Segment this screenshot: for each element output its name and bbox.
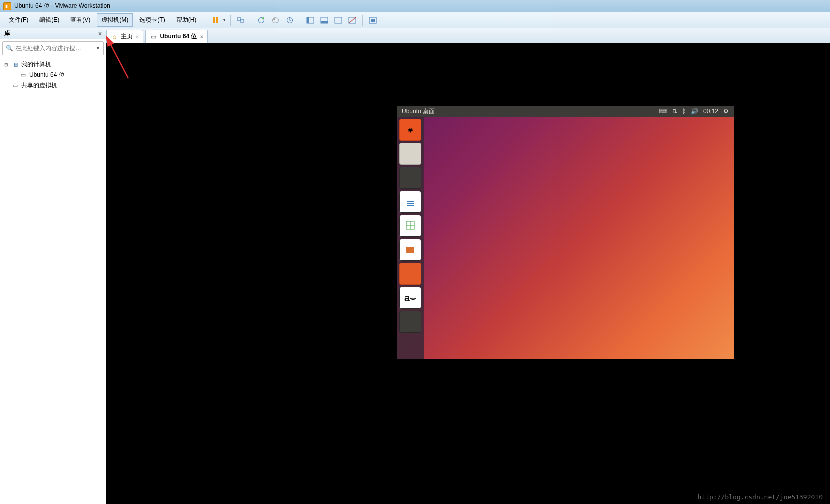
bluetooth-icon[interactable]: ᛒ — [682, 108, 686, 115]
launcher-impress[interactable] — [399, 239, 421, 261]
snapshot-icon — [257, 16, 265, 24]
sidebar-close-button[interactable]: × — [98, 30, 102, 37]
dropdown-arrow-icon[interactable]: ▼ — [222, 18, 226, 22]
tree-label: 共享的虚拟机 — [21, 81, 57, 90]
launcher-trash[interactable] — [399, 335, 421, 357]
tree-label: 我的计算机 — [21, 60, 51, 69]
snapshot-button[interactable] — [255, 14, 267, 26]
toolbar-separator — [230, 15, 231, 26]
ubuntu-desktop[interactable]: Ubuntu 桌面 ⌨ ⇅ ᛒ 🔊 00:12 ⚙ ◉ — [397, 106, 734, 359]
pause-button[interactable] — [209, 14, 221, 26]
svg-rect-12 — [335, 17, 342, 23]
tab-close-button[interactable]: × — [136, 34, 139, 40]
tab-ubuntu[interactable]: ▭ Ubuntu 64 位 × — [145, 30, 207, 43]
sidebar-title: 库 — [4, 29, 10, 38]
unity-launcher: ◉ — [397, 117, 424, 359]
tab-label: 主页 — [121, 32, 133, 41]
menu-view[interactable]: 查看(V) — [66, 13, 95, 27]
launcher-files[interactable] — [399, 143, 421, 165]
vm-icon: ▭ — [150, 33, 157, 40]
menu-help[interactable]: 帮助(H) — [172, 13, 201, 27]
search-dropdown-icon[interactable]: ▼ — [96, 46, 100, 51]
launcher-calc[interactable] — [399, 215, 421, 237]
layout1-icon — [306, 17, 314, 24]
tree-shared-vms[interactable]: ▭ 共享的虚拟机 — [1, 80, 105, 91]
svg-point-5 — [262, 17, 264, 19]
tab-label: Ubuntu 64 位 — [160, 32, 197, 41]
launcher-writer[interactable] — [399, 191, 421, 213]
window-title: Ubuntu 64 位 - VMware Workstation — [14, 2, 110, 10]
svg-rect-11 — [321, 21, 328, 23]
svg-rect-0 — [213, 17, 215, 23]
layout1-button[interactable] — [304, 14, 316, 26]
launcher-amazon[interactable]: a⌣ — [399, 287, 421, 309]
volume-icon[interactable]: 🔊 — [691, 108, 698, 115]
ubuntu-logo-icon: ◉ — [408, 126, 413, 133]
vm-display[interactable]: Ubuntu 桌面 ⌨ ⇅ ᛒ 🔊 00:12 ⚙ ◉ — [106, 43, 830, 504]
layout3-button[interactable] — [332, 14, 344, 26]
menu-tabs[interactable]: 选项卡(T) — [135, 13, 169, 27]
tab-bar: ⌂ 主页 × ▭ Ubuntu 64 位 × — [106, 28, 830, 43]
menubar: 文件(F) 编辑(E) 查看(V) 虚拟机(M) 选项卡(T) 帮助(H) ▼ — [0, 12, 830, 28]
menu-vm[interactable]: 虚拟机(M) — [97, 13, 133, 27]
pause-icon — [212, 17, 219, 24]
layout4-icon — [348, 17, 356, 24]
clock[interactable]: 00:12 — [703, 108, 718, 115]
svg-line-14 — [349, 17, 356, 23]
network-icon[interactable]: ⇅ — [672, 108, 677, 115]
impress-icon — [406, 247, 414, 253]
expand-icon[interactable]: ⊟ — [3, 62, 9, 67]
tab-close-button[interactable]: × — [200, 34, 203, 40]
manage-snapshot-icon — [286, 16, 294, 24]
menu-edit[interactable]: 编辑(E) — [35, 13, 64, 27]
launcher-settings[interactable] — [399, 311, 421, 333]
tab-home[interactable]: ⌂ 主页 × — [106, 30, 143, 43]
layout3-icon — [334, 17, 342, 24]
launcher-dash[interactable]: ◉ — [399, 119, 421, 141]
search-icon: 🔍 — [6, 45, 13, 52]
tree-label: Ubuntu 64 位 — [29, 71, 65, 79]
devices-icon — [237, 17, 245, 24]
revert-icon — [271, 16, 280, 24]
app-icon — [3, 2, 11, 10]
keyboard-icon[interactable]: ⌨ — [659, 108, 667, 115]
calc-icon — [406, 221, 415, 231]
library-sidebar: 库 × 🔍 ▼ ⊟ 🖥 我的计算机 ▭ Ubuntu 64 位 ▭ 共享的虚拟机 — [0, 28, 106, 504]
panel-title: Ubuntu 桌面 — [402, 107, 435, 116]
layout4-button[interactable] — [346, 14, 358, 26]
sidebar-search[interactable]: 🔍 ▼ — [2, 41, 104, 55]
svg-rect-16 — [371, 19, 375, 22]
svg-rect-9 — [307, 17, 309, 23]
devices-button[interactable] — [235, 14, 247, 26]
search-input[interactable] — [15, 45, 94, 52]
computer-icon: 🖥 — [11, 61, 19, 68]
amazon-icon: a⌣ — [404, 292, 416, 304]
writer-icon — [407, 201, 414, 202]
ubuntu-top-panel[interactable]: Ubuntu 桌面 ⌨ ⇅ ᛒ 🔊 00:12 ⚙ — [397, 106, 734, 117]
manage-snapshot-button[interactable] — [284, 14, 296, 26]
launcher-firefox[interactable] — [399, 167, 421, 189]
tree-my-computer[interactable]: ⊟ 🖥 我的计算机 — [1, 59, 105, 70]
tree-vm-ubuntu[interactable]: ▭ Ubuntu 64 位 — [1, 70, 105, 80]
shared-icon: ▭ — [11, 82, 19, 89]
settings-gear-icon[interactable]: ⚙ — [723, 108, 729, 115]
watermark: http://blog.csdn.net/joe51392010 — [698, 493, 823, 501]
toolbar-separator — [362, 15, 363, 26]
content-area: ⌂ 主页 × ▭ Ubuntu 64 位 × — [106, 28, 830, 504]
svg-rect-1 — [216, 17, 218, 23]
fullscreen-icon — [369, 17, 377, 24]
layout2-button[interactable] — [318, 14, 330, 26]
library-tree: ⊟ 🖥 我的计算机 ▭ Ubuntu 64 位 ▭ 共享的虚拟机 — [0, 57, 106, 93]
toolbar-separator — [300, 15, 300, 26]
menu-file[interactable]: 文件(F) — [4, 13, 33, 27]
home-icon: ⌂ — [111, 33, 118, 40]
launcher-software[interactable] — [399, 263, 421, 285]
fullscreen-button[interactable] — [367, 14, 379, 26]
vm-icon: ▭ — [19, 72, 27, 79]
window-titlebar: Ubuntu 64 位 - VMware Workstation — [0, 0, 830, 12]
sidebar-header: 库 × — [0, 28, 106, 39]
toolbar-separator — [251, 15, 251, 26]
toolbar-separator — [205, 15, 205, 26]
revert-button[interactable] — [269, 14, 282, 26]
layout2-icon — [320, 17, 328, 24]
